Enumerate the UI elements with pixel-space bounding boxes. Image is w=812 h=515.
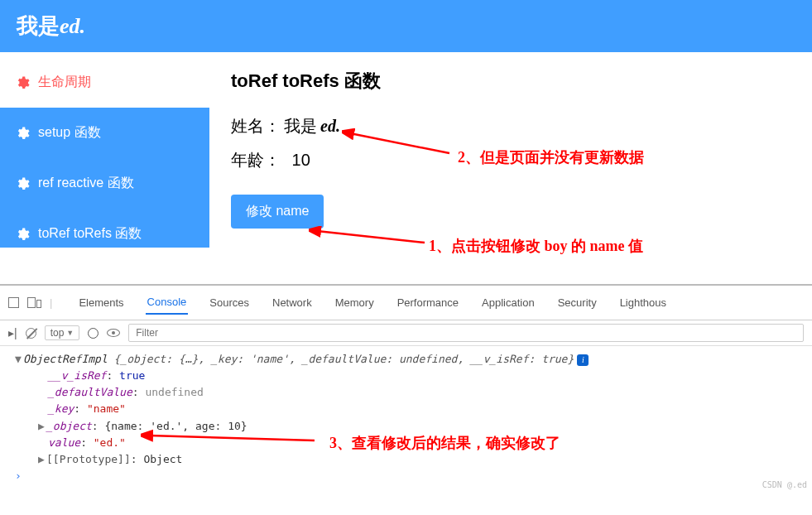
sidebar-item-label: ref reactive 函数 xyxy=(38,175,134,192)
console-prop-defaultvalue: _defaultValue: undefined xyxy=(15,384,804,401)
age-value: 10 xyxy=(292,151,310,170)
modify-name-button[interactable]: 修改 name xyxy=(231,195,324,229)
svg-line-1 xyxy=(317,231,425,243)
app-header: 我是ed. xyxy=(0,0,812,52)
page-title: toRef toRefs 函数 xyxy=(231,69,790,94)
console-line-summary[interactable]: ▼ObjectRefImpl {_object: {…}, _key: 'nam… xyxy=(15,351,804,368)
tab-console[interactable]: Console xyxy=(146,291,189,315)
tab-network[interactable]: Network xyxy=(271,291,314,314)
header-suffix: ed. xyxy=(60,14,85,38)
gear-icon xyxy=(15,176,30,191)
devtools-tabs: | Elements Console Sources Network Memor… xyxy=(0,286,812,320)
sidebar-item-ref-reactive[interactable]: ref reactive 函数 xyxy=(0,158,209,209)
info-icon[interactable]: i xyxy=(577,354,589,366)
console-toolbar: ▸| top▼ xyxy=(0,320,812,346)
devtools-panel: | Elements Console Sources Network Memor… xyxy=(0,284,812,493)
console-output: ▼ObjectRefImpl {_object: {…}, _key: 'nam… xyxy=(0,346,812,493)
console-prop-v-isref: __v_isRef: true xyxy=(15,368,804,384)
tab-application[interactable]: Application xyxy=(480,291,536,314)
sidebar-item-label: 生命周期 xyxy=(38,74,91,91)
console-prop-key: _key: "name" xyxy=(15,401,804,417)
context-selector[interactable]: top▼ xyxy=(45,325,80,340)
annotation-1: 1、点击按钮修改 boy 的 name 值 xyxy=(429,236,643,256)
divider: | xyxy=(50,296,52,309)
gear-icon xyxy=(15,126,30,141)
tab-elements[interactable]: Elements xyxy=(77,291,125,314)
content-panel: toRef toRefs 函数 姓名： 我是ed. 年龄： 10 修改 name… xyxy=(209,52,812,284)
gear-icon xyxy=(15,75,30,90)
sidebar-item-setup[interactable]: setup 函数 xyxy=(0,108,209,158)
console-sidebar-icon[interactable]: ▸| xyxy=(8,326,17,339)
age-label: 年龄： xyxy=(231,149,281,171)
inspect-icon[interactable] xyxy=(8,297,19,308)
tab-memory[interactable]: Memory xyxy=(334,291,376,314)
device-toolbar-icon[interactable] xyxy=(27,297,41,308)
live-expression-icon[interactable] xyxy=(88,328,98,339)
sidebar-item-label: setup 函数 xyxy=(38,124,101,142)
sidebar-item-label: toRef toRefs 函数 xyxy=(38,225,142,243)
tab-security[interactable]: Security xyxy=(556,291,598,314)
gear-icon xyxy=(15,227,30,242)
filter-input[interactable] xyxy=(128,324,804,342)
annotation-3: 3、查看修改后的结果，确实修改了 xyxy=(329,432,560,455)
sidebar-item-toref[interactable]: toRef toRefs 函数 xyxy=(0,209,209,248)
tab-sources[interactable]: Sources xyxy=(208,291,251,314)
eye-icon[interactable] xyxy=(107,329,120,337)
arrow-1 xyxy=(309,226,433,251)
annotation-2: 2、但是页面并没有更新数据 xyxy=(458,147,644,167)
sidebar: 生命周期 setup 函数 ref reactive 函数 toRef toRe… xyxy=(0,52,209,284)
tab-lighthouse[interactable]: Lighthous xyxy=(618,291,668,314)
console-prompt[interactable]: › xyxy=(15,468,804,484)
name-label: 姓名： xyxy=(231,115,281,137)
tab-performance[interactable]: Performance xyxy=(396,291,460,314)
name-row: 姓名： 我是ed. xyxy=(231,115,790,137)
watermark: CSDN @.ed xyxy=(762,479,807,492)
header-prefix: 我是 xyxy=(17,13,60,38)
name-value-prefix: 我是 xyxy=(284,115,317,137)
name-value-suffix: ed. xyxy=(320,117,340,136)
clear-console-icon[interactable] xyxy=(26,328,36,339)
app-body: 生命周期 setup 函数 ref reactive 函数 toRef toRe… xyxy=(0,52,812,284)
sidebar-item-lifecycle[interactable]: 生命周期 xyxy=(0,57,209,108)
